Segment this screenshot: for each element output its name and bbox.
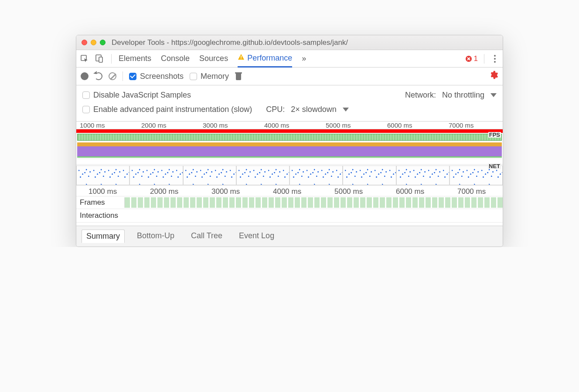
track-label: Frames xyxy=(76,196,124,209)
tab-call-tree[interactable]: Call Tree xyxy=(187,230,227,243)
tab-bottom-up[interactable]: Bottom-Up xyxy=(133,230,179,243)
tab-event-log[interactable]: Event Log xyxy=(235,230,279,243)
tick-label: 1000 ms xyxy=(89,187,150,196)
checkbox-label: Memory xyxy=(201,72,229,81)
tick-label: 5000 ms xyxy=(326,122,387,129)
inspect-icon[interactable] xyxy=(80,54,89,64)
screenshot-thumb[interactable] xyxy=(396,166,450,185)
screenshots-toggle[interactable]: Screenshots xyxy=(129,72,184,81)
dropdown-value: No throttling xyxy=(442,91,484,100)
tick-label: 6000 ms xyxy=(387,122,449,129)
interactions-strip[interactable] xyxy=(124,209,503,222)
svg-rect-3 xyxy=(241,56,242,58)
fps-lane[interactable] xyxy=(77,134,502,141)
tab-label: Console xyxy=(161,54,190,63)
screenshot-thumb[interactable] xyxy=(343,166,396,185)
warning-icon xyxy=(238,54,245,63)
titlebar: Developer Tools - https://googlechrome.g… xyxy=(76,35,503,50)
devtools-window: Developer Tools - https://googlechrome.g… xyxy=(76,35,503,247)
record-icon[interactable] xyxy=(81,72,89,80)
main-tabs-row: Elements Console Sources Performance » 1 xyxy=(76,50,503,68)
tick-label: 1000 ms xyxy=(80,122,141,129)
checkbox-icon[interactable] xyxy=(190,73,197,80)
overview-pane[interactable]: 1000 ms 2000 ms 3000 ms 4000 ms 5000 ms … xyxy=(76,122,503,185)
tick-label: 4000 ms xyxy=(273,187,334,196)
perf-toolbar: Screenshots Memory xyxy=(76,68,503,85)
settings-gear-icon[interactable] xyxy=(489,70,498,82)
traffic-lights xyxy=(82,40,106,45)
enable-paint-instrumentation-toggle[interactable]: Enable advanced paint instrumentation (s… xyxy=(82,105,252,114)
tab-elements[interactable]: Elements xyxy=(119,50,151,67)
frames-strip[interactable] xyxy=(124,197,503,208)
tick-label: 3000 ms xyxy=(211,187,273,196)
checkbox-label: Enable advanced paint instrumentation (s… xyxy=(93,105,252,114)
tick-label: 4000 ms xyxy=(264,122,326,129)
tab-label: Sources xyxy=(199,54,228,63)
tab-label: Summary xyxy=(86,232,120,240)
checkbox-label: Disable JavaScript Samples xyxy=(93,91,191,100)
tick-label: 2000 ms xyxy=(141,122,203,129)
tick-label: 6000 ms xyxy=(396,187,457,196)
tab-label: Event Log xyxy=(239,231,274,240)
checkbox-icon[interactable] xyxy=(82,91,90,99)
dropdown-label: Network: xyxy=(405,91,436,100)
error-count: 1 xyxy=(474,54,478,63)
separator xyxy=(123,71,123,81)
tab-label: Performance xyxy=(247,54,292,63)
more-icon: » xyxy=(302,54,306,63)
track-label: Interactions xyxy=(76,210,124,222)
screenshot-strip[interactable] xyxy=(76,164,503,185)
tick-label: 3000 ms xyxy=(203,122,264,129)
kebab-menu-icon[interactable] xyxy=(490,55,499,63)
screenshot-thumb[interactable] xyxy=(236,166,290,185)
dropdown-value: 2× slowdown xyxy=(291,105,337,114)
tab-label: Call Tree xyxy=(191,231,222,240)
cpu-lane[interactable] xyxy=(77,142,502,159)
clear-icon[interactable] xyxy=(109,72,116,80)
tab-summary[interactable]: Summary xyxy=(82,230,125,243)
tick-label: 2000 ms xyxy=(150,187,211,196)
reload-record-icon[interactable] xyxy=(95,72,102,80)
net-label: NET xyxy=(488,163,501,169)
minimize-icon[interactable] xyxy=(91,40,96,45)
tab-console[interactable]: Console xyxy=(161,50,190,67)
capture-settings: Disable JavaScript Samples Network: No t… xyxy=(76,85,503,122)
tabs-overflow[interactable]: » xyxy=(302,50,306,67)
device-toggle-icon[interactable] xyxy=(95,54,104,64)
screenshot-thumb[interactable] xyxy=(129,166,183,185)
screenshot-thumb[interactable] xyxy=(290,166,343,185)
frames-track[interactable]: Frames xyxy=(76,196,503,209)
interactions-track[interactable]: Interactions xyxy=(76,209,503,222)
detail-ruler: 1000 ms 2000 ms 3000 ms 4000 ms 5000 ms … xyxy=(76,185,503,196)
memory-toggle[interactable]: Memory xyxy=(190,72,229,81)
checkbox-icon[interactable] xyxy=(129,73,136,80)
tick-label: 7000 ms xyxy=(449,122,503,129)
tab-sources[interactable]: Sources xyxy=(199,50,228,67)
tick-label: 5000 ms xyxy=(334,187,396,196)
checkbox-icon[interactable] xyxy=(82,106,90,113)
long-task-bar xyxy=(76,129,503,133)
screenshot-thumb[interactable] xyxy=(183,166,236,185)
tab-performance[interactable]: Performance xyxy=(238,51,292,68)
window-title: Developer Tools - https://googlechrome.g… xyxy=(112,38,348,47)
cpu-throttle-dropdown[interactable]: CPU: 2× slowdown xyxy=(266,105,349,114)
spacer xyxy=(76,222,503,226)
network-throttle-dropdown[interactable]: Network: No throttling xyxy=(405,91,497,100)
error-badge[interactable]: 1 xyxy=(465,54,478,63)
separator xyxy=(484,54,484,64)
svg-rect-4 xyxy=(241,58,242,59)
tick-label: 7000 ms xyxy=(457,187,503,196)
trash-icon[interactable] xyxy=(235,72,242,80)
chevron-down-icon xyxy=(490,93,497,97)
flamechart-pane: 1000 ms 2000 ms 3000 ms 4000 ms 5000 ms … xyxy=(76,185,503,226)
svg-rect-2 xyxy=(99,57,102,62)
dropdown-label: CPU: xyxy=(266,105,285,114)
net-lane[interactable] xyxy=(76,161,503,164)
tab-label: Bottom-Up xyxy=(137,231,174,240)
zoom-icon[interactable] xyxy=(100,40,106,45)
screenshot-thumb[interactable] xyxy=(76,166,129,185)
close-icon[interactable] xyxy=(82,40,87,45)
details-tabs: Summary Bottom-Up Call Tree Event Log xyxy=(76,226,503,247)
overview-ruler: 1000 ms 2000 ms 3000 ms 4000 ms 5000 ms … xyxy=(76,122,503,129)
disable-js-samples-toggle[interactable]: Disable JavaScript Samples xyxy=(82,91,191,100)
